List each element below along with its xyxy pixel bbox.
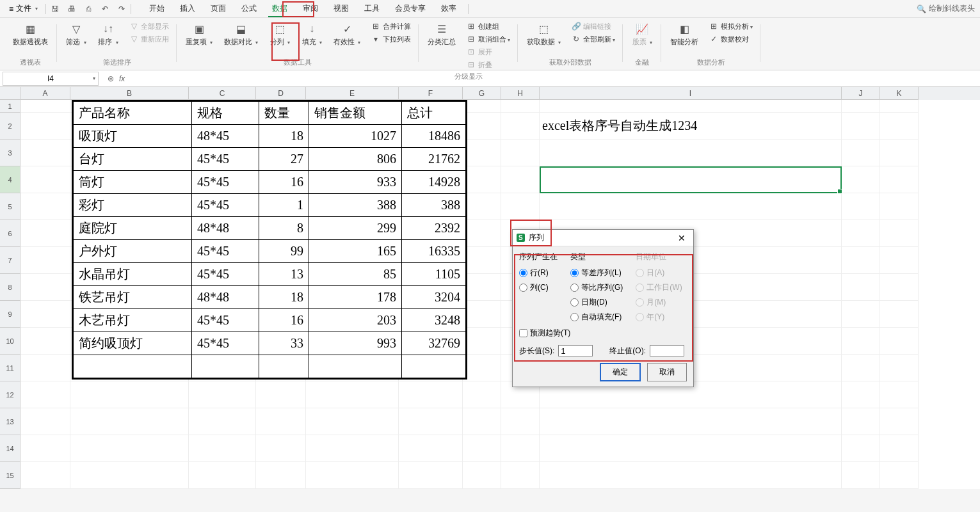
ribbon-btn-创建组[interactable]: ⊞创建组 (463, 20, 513, 32)
cell-G15[interactable] (463, 462, 501, 489)
table-cell[interactable]: 庭院灯 (74, 217, 192, 240)
cell-A12[interactable] (20, 381, 70, 408)
redo-icon[interactable]: ↷ (116, 4, 127, 14)
table-cell[interactable]: 993 (309, 332, 402, 355)
table-cell[interactable]: 18 (259, 286, 309, 309)
table-cell[interactable]: 3204 (402, 286, 466, 309)
col-header-G[interactable]: G (463, 87, 501, 100)
cell-J11[interactable] (842, 355, 880, 381)
cell-H4[interactable] (501, 166, 540, 193)
cell-J12[interactable] (842, 381, 880, 408)
table-header[interactable]: 产品名称 (74, 102, 192, 125)
cell-A8[interactable] (20, 274, 70, 301)
table-cell[interactable] (74, 355, 192, 378)
cell-J13[interactable] (842, 408, 880, 435)
table-cell[interactable]: 85 (309, 263, 402, 286)
cell-G11[interactable] (463, 355, 501, 381)
cell-K3[interactable] (880, 140, 919, 166)
cancel-button[interactable]: 取消 (647, 363, 687, 381)
cell-G1[interactable] (463, 100, 501, 113)
radio-input[interactable] (570, 313, 579, 321)
cell-K5[interactable] (880, 193, 919, 220)
table-cell[interactable]: 16 (259, 171, 309, 194)
radio-input[interactable] (519, 284, 527, 292)
step-input[interactable] (558, 345, 593, 356)
col-header-C[interactable]: C (189, 87, 256, 100)
tab-公式[interactable]: 公式 (234, 1, 264, 17)
cell-K9[interactable] (880, 301, 919, 328)
cell-H1[interactable] (501, 100, 540, 113)
table-cell[interactable]: 45*45 (192, 194, 259, 217)
radio-列(C)[interactable]: 列(C) (519, 282, 558, 293)
table-cell[interactable]: 18 (259, 125, 309, 148)
fx-expand-icon[interactable]: ⊜ (108, 74, 114, 83)
cell-G4[interactable] (463, 166, 501, 193)
cell-D14[interactable] (256, 435, 306, 462)
selected-cell[interactable] (540, 166, 842, 193)
formula-input[interactable] (131, 72, 980, 86)
ribbon-btn-重复项[interactable]: ▣重复项 ▾ (182, 20, 216, 48)
table-cell[interactable]: 388 (309, 194, 402, 217)
cell-A9[interactable] (20, 301, 70, 328)
cell-J7[interactable] (842, 247, 880, 274)
cell-I15[interactable] (540, 462, 842, 489)
trend-checkbox-input[interactable] (519, 329, 527, 337)
cell-A6[interactable] (20, 220, 70, 247)
cell-I3[interactable] (540, 140, 842, 166)
trend-checkbox[interactable]: 预测趋势(T) (519, 328, 687, 339)
cell-H13[interactable] (501, 408, 540, 435)
table-cell[interactable]: 48*45 (192, 125, 259, 148)
table-cell[interactable]: 45*45 (192, 309, 259, 332)
cell-K12[interactable] (880, 381, 919, 408)
table-cell[interactable]: 简约吸顶灯 (74, 332, 192, 355)
cell-A14[interactable] (20, 435, 70, 462)
cell-J10[interactable] (842, 328, 880, 355)
table-cell[interactable]: 45*45 (192, 171, 259, 194)
cell-C15[interactable] (189, 462, 256, 489)
table-cell[interactable] (309, 355, 402, 378)
cell-K10[interactable] (880, 328, 919, 355)
cell-A1[interactable] (20, 100, 70, 113)
table-header[interactable]: 销售金额 (309, 102, 402, 125)
cell-A15[interactable] (20, 462, 70, 489)
cell-J1[interactable] (842, 100, 880, 113)
name-box[interactable]: I4 ▾ (3, 72, 99, 86)
table-cell[interactable]: 178 (309, 286, 402, 309)
table-cell[interactable]: 木艺吊灯 (74, 309, 192, 332)
cell-G5[interactable] (463, 193, 501, 220)
row-header-1[interactable]: 1 (0, 100, 20, 113)
row-header-8[interactable]: 8 (0, 274, 20, 301)
cell-I13[interactable] (540, 408, 842, 435)
file-menu[interactable]: ≡ 文件 ▾ (5, 3, 42, 14)
ribbon-btn-分类汇总[interactable]: ☰分类汇总 (424, 20, 460, 48)
cell-D13[interactable] (256, 408, 306, 435)
table-header[interactable]: 总计 (402, 102, 466, 125)
col-header-F[interactable]: F (399, 87, 463, 100)
table-cell[interactable]: 165 (309, 240, 402, 263)
row-header-11[interactable]: 11 (0, 355, 20, 381)
cell-I14[interactable] (540, 435, 842, 462)
cell-I1[interactable] (540, 100, 842, 113)
cell-A10[interactable] (20, 328, 70, 355)
fx-label[interactable]: fx (119, 74, 125, 83)
cell-I2[interactable]: excel表格序号自动生成1234 (540, 113, 842, 140)
cell-E12[interactable] (306, 381, 399, 408)
stop-input[interactable] (650, 345, 684, 356)
tab-页面[interactable]: 页面 (203, 1, 234, 17)
row-header-9[interactable]: 9 (0, 301, 20, 328)
table-cell[interactable]: 806 (309, 148, 402, 171)
tab-数据[interactable]: 数据 (264, 1, 295, 17)
table-cell[interactable]: 32769 (402, 332, 466, 355)
cell-F15[interactable] (399, 462, 463, 489)
radio-日期(D)[interactable]: 日期(D) (570, 297, 623, 308)
table-cell[interactable]: 2392 (402, 217, 466, 240)
cell-A13[interactable] (20, 408, 70, 435)
table-cell[interactable]: 16 (259, 309, 309, 332)
cell-C14[interactable] (189, 435, 256, 462)
row-header-14[interactable]: 14 (0, 435, 20, 462)
col-header-H[interactable]: H (501, 87, 540, 100)
cell-F13[interactable] (399, 408, 463, 435)
cell-J8[interactable] (842, 274, 880, 301)
cell-G3[interactable] (463, 140, 501, 166)
table-cell[interactable]: 彩灯 (74, 194, 192, 217)
